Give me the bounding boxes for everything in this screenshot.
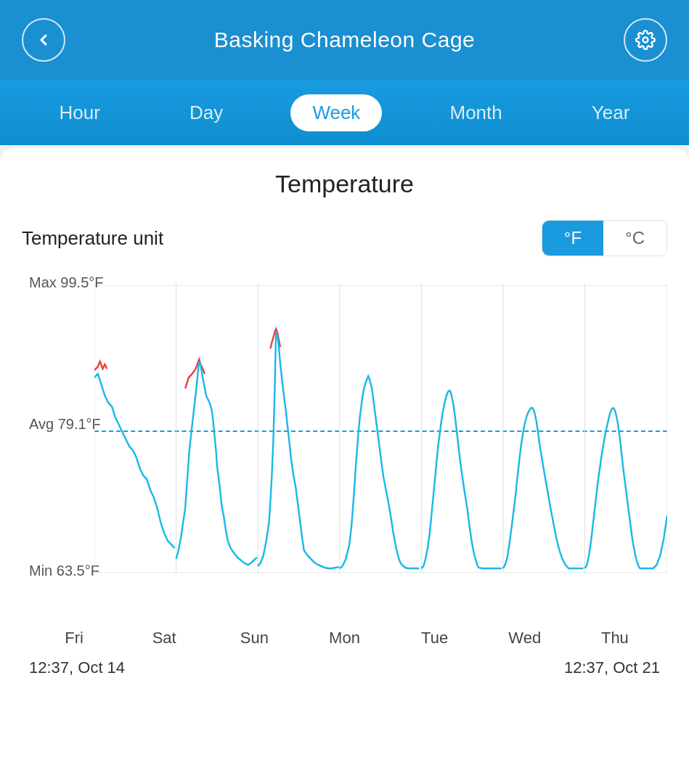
svg-point-0 (643, 38, 648, 43)
unit-c-button[interactable]: °C (603, 221, 666, 256)
date-range: 12:37, Oct 14 12:37, Oct 21 (22, 658, 667, 677)
day-label-tue: Tue (391, 629, 478, 648)
tab-bar: Hour Day Week Month Year (0, 80, 689, 145)
tab-year[interactable]: Year (570, 94, 652, 131)
tab-week[interactable]: Week (290, 94, 382, 131)
stat-max-label: Max 99.5°F (29, 274, 103, 291)
temp-unit-toggle: °F °C (542, 220, 667, 256)
day-label-sat: Sat (121, 629, 208, 648)
page-title: Basking Chameleon Cage (214, 28, 476, 52)
tab-month[interactable]: Month (428, 94, 523, 131)
chart-title: Temperature (22, 170, 667, 198)
date-end: 12:37, Oct 21 (564, 658, 660, 677)
date-start: 12:37, Oct 14 (29, 658, 125, 677)
day-label-mon: Mon (301, 629, 388, 648)
temp-unit-row: Temperature unit °F °C (22, 220, 667, 256)
stat-min-label: Min 63.5°F (29, 563, 99, 579)
settings-button[interactable] (624, 18, 667, 62)
main-content: Temperature Temperature unit °F °C Max 9… (0, 148, 689, 784)
temperature-chart (94, 283, 667, 573)
back-button[interactable] (22, 18, 65, 62)
tab-day[interactable]: Day (168, 94, 245, 131)
temp-unit-label: Temperature unit (22, 227, 163, 250)
day-label-fri: Fri (30, 629, 118, 648)
day-labels: Fri Sat Sun Mon Tue Wed Thu (22, 629, 667, 648)
day-label-sun: Sun (211, 629, 298, 648)
tab-hour[interactable]: Hour (38, 94, 122, 131)
unit-f-button[interactable]: °F (542, 221, 603, 256)
day-label-thu: Thu (571, 629, 659, 648)
day-label-wed: Wed (481, 629, 568, 648)
chart-svg-container (94, 283, 667, 573)
header: Basking Chameleon Cage (0, 0, 689, 80)
stat-avg-label: Avg 79.1°F (29, 416, 101, 433)
chart-area: Max 99.5°F Avg 79.1°F Min 63.5°F (22, 274, 667, 623)
